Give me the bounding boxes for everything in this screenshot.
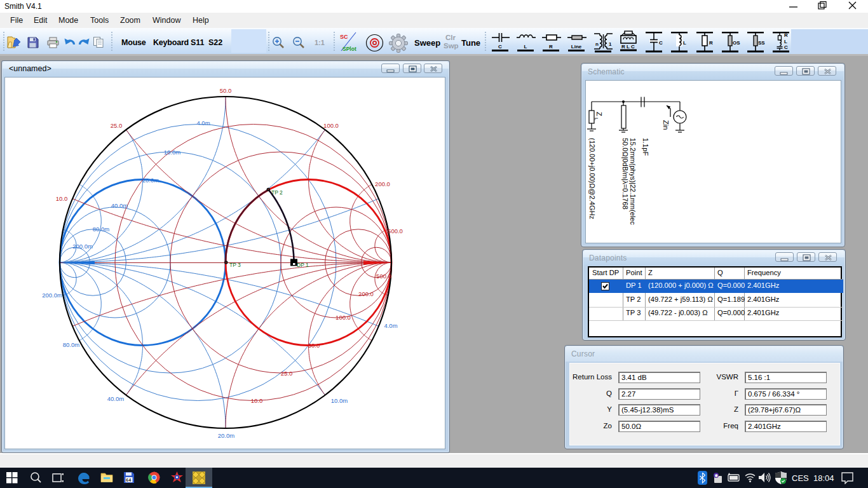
svg-text:40.0m: 40.0m [107,395,124,402]
svg-text:1: 1 [609,41,612,47]
svg-text:500.0: 500.0 [376,273,391,280]
svg-text:10.0m: 10.0m [164,149,180,156]
svg-text:OS: OS [733,40,740,46]
svg-text:R: R [784,32,788,38]
svg-text:4.0m: 4.0m [384,322,397,329]
svg-text:20.0m: 20.0m [218,432,234,439]
svg-text:200.0: 200.0 [375,180,390,187]
svg-text:64: 64 [126,478,131,483]
svg-text:DP 1: DP 1 [297,262,309,268]
svg-text:Z: Z [595,112,603,116]
svg-text:40.0m: 40.0m [111,202,128,209]
svg-text:10.0: 10.0 [251,397,263,404]
svg-text:n: n [595,41,599,47]
svg-text:Zin: Zin [662,120,670,130]
svg-text:L: L [524,44,527,50]
svg-text:R: R [549,44,553,50]
svg-text:L: L [683,40,686,46]
svg-text:SPlot: SPlot [342,46,356,52]
svg-text:L: L [593,118,599,121]
svg-text:L: L [784,39,787,44]
svg-text:25.0: 25.0 [111,122,123,129]
svg-text:10.0: 10.0 [56,195,68,202]
svg-text:R L C: R L C [621,44,635,50]
svg-text:200.0: 200.0 [358,290,374,297]
svg-text:✱: ✱ [715,473,719,478]
svg-text:80.0m: 80.0m [63,341,79,348]
svg-text:50.0: 50.0 [308,342,320,349]
svg-text:R: R [709,40,713,46]
svg-text:C: C [784,44,788,50]
svg-text:100.0: 100.0 [323,122,339,129]
svg-text:TP 3: TP 3 [229,262,241,268]
svg-text:Line: Line [571,44,582,50]
svg-text:TP 2: TP 2 [271,189,283,196]
svg-text:4.0m: 4.0m [196,119,210,126]
svg-text:100.0: 100.0 [336,314,351,321]
svg-text:SC: SC [340,34,348,40]
svg-text:50.0: 50.0 [220,87,232,94]
svg-text:SS: SS [758,40,765,46]
svg-text:C: C [498,44,502,50]
svg-text:20.0m: 20.0m [142,177,159,184]
svg-text:80.0m: 80.0m [93,226,109,233]
svg-text:25.0: 25.0 [281,370,293,377]
svg-text:500.0: 500.0 [388,227,403,234]
svg-text:C: C [659,40,663,46]
svg-text:200.0m: 200.0m [42,292,62,299]
svg-text:200.0m: 200.0m [72,243,93,250]
svg-text:10.0m: 10.0m [331,397,348,404]
